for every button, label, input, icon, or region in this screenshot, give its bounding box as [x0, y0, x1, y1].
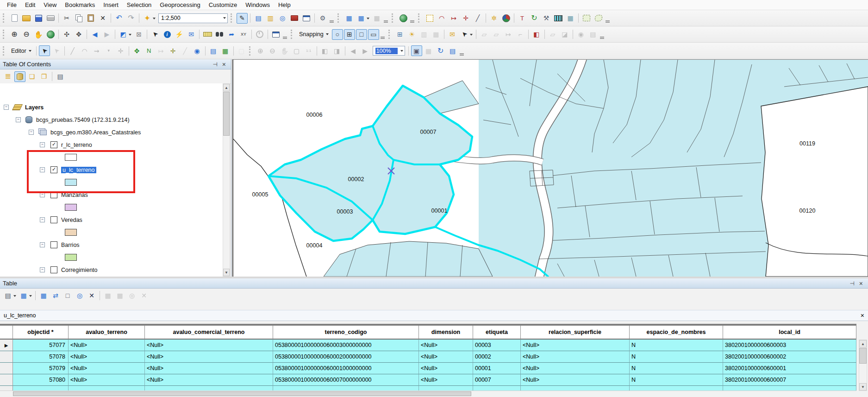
toc-scrollbar[interactable]: ▲ ▼ [223, 83, 230, 277]
table-row[interactable]: ▶57077<Null><Null>0538000010000000600030… [0, 340, 856, 351]
tree-expander-icon[interactable]: − [40, 167, 45, 172]
layer-visibility-checkbox[interactable]: ✓ [50, 141, 57, 148]
buffer-polygon-icon[interactable] [581, 13, 592, 24]
select-features-icon[interactable]: ◩ [118, 29, 129, 40]
pause-drawing-icon[interactable]: ▤ [447, 45, 458, 56]
sketch-properties-icon[interactable]: ▦ [220, 45, 231, 56]
full-extent-icon[interactable] [45, 29, 56, 40]
column-header-avaluo-terreno[interactable]: avaluo_terreno [69, 326, 145, 340]
tree-expander-icon[interactable]: − [40, 217, 45, 222]
table-row[interactable]: 57079<Null><Null>05380000100000006000100… [0, 363, 856, 374]
toc-layer-layers[interactable]: −Layers [0, 101, 223, 113]
tree-expander-icon[interactable]: − [40, 142, 45, 147]
menu-edit[interactable]: Edit [21, 0, 39, 9]
parcel-division-icon[interactable]: T [517, 13, 528, 24]
layer-visibility-checkbox[interactable] [50, 191, 57, 198]
tree-expander-icon[interactable]: − [16, 117, 21, 122]
zoom-in-icon[interactable]: ⊕ [9, 29, 20, 40]
toc-layer-barrios[interactable]: −Barrios [0, 239, 223, 251]
map-cache-icon[interactable]: ⊞ [394, 29, 406, 40]
grid-network-icon[interactable]: ▦ [565, 13, 576, 24]
hyperlink-icon[interactable]: ⚡ [174, 29, 185, 40]
table-of-contents-icon[interactable]: ▤ [253, 13, 264, 24]
tangent-tool-icon[interactable]: ╱ [472, 13, 483, 24]
paste-icon[interactable] [85, 13, 96, 24]
menu-customize[interactable]: Customize [205, 0, 241, 9]
parcel-cycle-icon[interactable]: ↻ [529, 13, 540, 24]
refresh-view-icon[interactable]: ↻ [435, 45, 446, 56]
delete-icon[interactable]: ✕ [97, 13, 108, 24]
layer-symbol-swatch[interactable] [65, 154, 77, 161]
switch-selection-icon[interactable]: ⇄ [50, 290, 61, 301]
back-extent-icon[interactable]: ◀ [89, 29, 100, 40]
tree-expander-icon[interactable]: − [29, 130, 34, 135]
html-popup-icon[interactable]: ✉ [186, 29, 197, 40]
arc-segment-icon[interactable]: ◠ [436, 13, 447, 24]
parcel-fabric-icon[interactable] [553, 13, 564, 24]
table-source-close-icon[interactable]: × [861, 312, 864, 319]
arcglobe-icon[interactable] [398, 13, 409, 24]
table-scroll-down-icon[interactable]: ▼ [859, 383, 867, 391]
column-header-selector[interactable] [0, 326, 13, 340]
tree-expander-icon[interactable]: − [40, 192, 45, 197]
toolbar-overflow-icon[interactable] [600, 30, 604, 39]
table-scroll-thumb[interactable] [859, 348, 867, 364]
toc-layer-corregimiento[interactable]: −Corregimiento [0, 264, 223, 276]
tree-expander-icon[interactable]: − [4, 105, 9, 110]
menu-geoprocessing[interactable]: Geoprocessing [156, 0, 204, 9]
copy-icon[interactable] [73, 13, 84, 24]
clear-table-selection-icon[interactable]: □ [62, 290, 73, 301]
map-view[interactable]: 0000600005000040000700002000030000100119… [232, 59, 868, 277]
list-by-selection-icon[interactable]: ❐ [38, 71, 50, 82]
toolbar-overflow-icon[interactable] [606, 13, 610, 23]
toc-scroll-thumb[interactable] [223, 92, 230, 136]
snap-vertex-icon[interactable]: □ [356, 29, 367, 40]
find-route-icon[interactable]: ➦ [226, 29, 237, 40]
list-by-visibility-icon[interactable]: ❏ [26, 71, 37, 82]
clip-polygon-icon[interactable] [593, 13, 604, 24]
viewer-window-icon[interactable] [270, 29, 281, 40]
toc-layer-u-lc-terreno[interactable]: −✓u_lc_terreno [0, 164, 223, 176]
toolbar-overflow-icon[interactable] [381, 30, 385, 39]
column-header-local-id[interactable]: local_id [723, 326, 856, 340]
attributes-icon[interactable]: ▤ [208, 45, 219, 56]
toc-layer-bcgs-pruebas-75409-172-31-9-214-[interactable]: −bcgs_pruebas.75409 (172.31.9.214) [0, 113, 223, 126]
editor-menu[interactable]: Editor [9, 47, 34, 55]
menu-view[interactable]: View [39, 0, 61, 9]
table-scroll-up-icon[interactable]: ▲ [859, 340, 867, 347]
table-row[interactable]: 57080<Null><Null>05380000100000006000700… [0, 374, 856, 386]
tree-expander-icon[interactable]: − [40, 242, 45, 247]
table-options-icon[interactable]: ▤ [2, 290, 13, 301]
find-icon[interactable] [214, 29, 225, 40]
toc-scroll-down-icon[interactable]: ▼ [223, 269, 230, 276]
forward-extent-icon[interactable]: ▶ [101, 29, 112, 40]
layer-symbol-swatch[interactable] [65, 204, 77, 211]
tree-expander-icon[interactable]: − [40, 267, 45, 272]
parcel-unjoin-icon[interactable]: ◧ [531, 29, 542, 40]
add-data-icon[interactable]: ✦ [142, 13, 153, 24]
column-header-avaluo-comercial-terreno[interactable]: avaluo_comercial_terreno [145, 326, 273, 340]
toggle-draft-mode-icon[interactable]: ▣ [411, 45, 422, 56]
fixed-zoom-in-icon[interactable]: ✣ [61, 29, 72, 40]
toc-layer-manzanas[interactable]: −Manzanas [0, 189, 223, 201]
toolbar-overflow-icon[interactable] [384, 13, 388, 23]
modelbuilder-icon[interactable]: ⚙ [317, 13, 328, 24]
label-manager-icon[interactable]: ☀ [406, 29, 418, 40]
parcel-tools-icon[interactable]: ⚒ [541, 13, 552, 24]
select-topology-icon[interactable] [424, 13, 435, 24]
toolbar-overflow-icon[interactable] [283, 30, 287, 39]
map-scale-combo[interactable]: 1:2,500 [158, 13, 228, 23]
menu-bookmarks[interactable]: Bookmarks [61, 0, 99, 9]
menu-insert[interactable]: Insert [99, 0, 123, 9]
new-table-icon[interactable]: ▦ [356, 13, 367, 24]
select-elements-icon[interactable]: ➤ [150, 29, 161, 40]
arctoolbox-icon[interactable] [289, 13, 300, 24]
go-to-xy-icon[interactable]: XY [238, 29, 249, 40]
column-header-etiqueta[interactable]: etiqueta [473, 326, 521, 340]
select-parcel-features-icon[interactable]: ➤ [459, 29, 470, 40]
undo-icon[interactable]: ↶ [113, 13, 125, 24]
open-table-icon[interactable]: ▦ [343, 13, 355, 24]
layer-visibility-checkbox[interactable] [50, 266, 57, 273]
redo-icon[interactable]: ↷ [125, 13, 137, 24]
table-row[interactable]: 57078<Null><Null>05380000100000006000200… [0, 351, 856, 363]
